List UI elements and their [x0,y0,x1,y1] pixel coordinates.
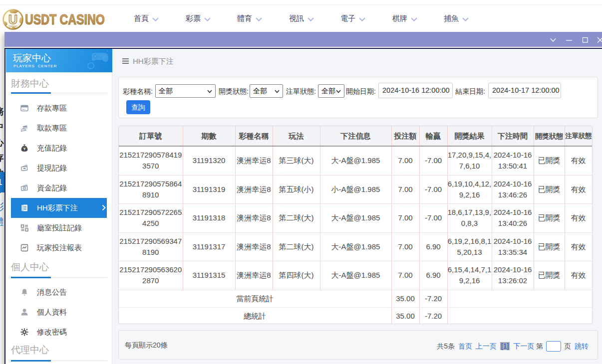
svg-text:Y: Y [23,147,25,151]
svg-text:CASINO: CASINO [8,25,17,28]
svg-text:U: U [8,12,17,26]
